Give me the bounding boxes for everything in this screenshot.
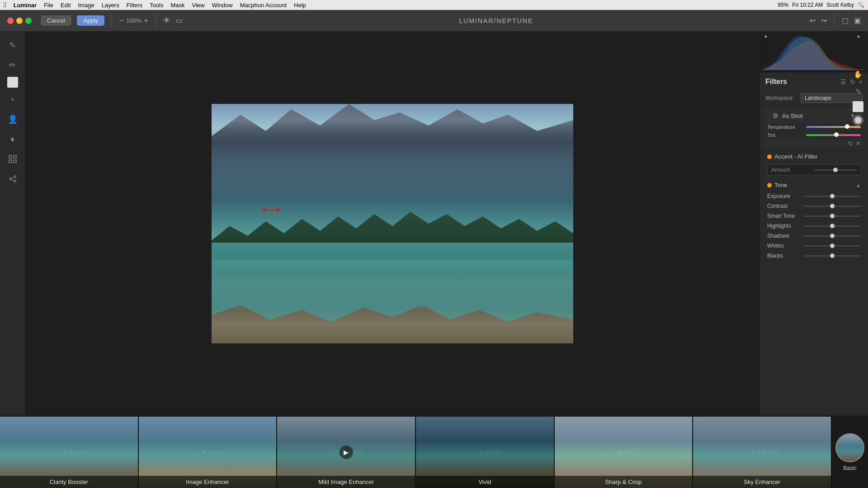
wb-reset-button[interactable]: ↻ (848, 140, 853, 147)
whites-thumb[interactable] (830, 244, 835, 248)
blacks-track[interactable] (803, 255, 861, 257)
svg-line-8 (11, 179, 14, 181)
smarttone-thumb[interactable] (830, 214, 835, 218)
menu-macphun[interactable]: Macphun Account (240, 2, 287, 9)
highlights-thumb[interactable] (830, 224, 835, 228)
hand-tool[interactable]: ✎ (5, 37, 21, 53)
whites-track[interactable] (803, 245, 861, 247)
menu-filters[interactable]: Filters (127, 2, 142, 9)
menu-image[interactable]: Image (78, 2, 94, 9)
menu-window[interactable]: Window (212, 2, 232, 9)
menu-help[interactable]: Help (294, 2, 306, 9)
filmstrip-label-vivid: Vivid (416, 476, 554, 488)
accent-dot (767, 155, 772, 159)
person-tool[interactable]: 👤 (5, 111, 21, 127)
menu-mask[interactable]: Mask (170, 2, 184, 9)
canvas-area[interactable]: 人人素材社区 (25, 32, 760, 416)
apply-button[interactable]: Apply (77, 15, 104, 26)
menu-file[interactable]: File (44, 2, 53, 9)
crop-tool[interactable]: ▫ (5, 91, 21, 108)
zoom-out-button[interactable]: − (119, 17, 123, 25)
temperature-thumb[interactable] (845, 124, 849, 129)
traffic-lights (7, 18, 32, 24)
photo-main (212, 104, 573, 343)
apple-menu-icon[interactable]:  (4, 1, 6, 9)
toolbar-divider-2 (156, 14, 156, 27)
fullscreen-icon[interactable]: ▭ (176, 16, 183, 25)
filmstrip-item-vivid[interactable]: 人人素材社区 Vivid (416, 417, 555, 488)
filmstrip-item-image-enhancer[interactable]: 人人素材社区 Image Enhancer (139, 417, 278, 488)
tint-slider-row: Tint (764, 131, 864, 139)
filmstrip-label-clarity: Clarity Booster (0, 476, 138, 488)
circle-right-tool[interactable] (853, 115, 863, 126)
exposure-thumb[interactable] (830, 194, 835, 198)
mask-tool[interactable]: ♦ (5, 131, 21, 147)
smarttone-track[interactable] (803, 216, 861, 217)
highlights-track[interactable] (803, 225, 861, 227)
close-window-button[interactable] (7, 18, 14, 24)
minimize-window-button[interactable] (16, 18, 23, 24)
exposure-row: Exposure (764, 191, 864, 201)
white-box-tool[interactable] (853, 101, 863, 112)
accent-header[interactable]: Accent - AI Filter (764, 150, 864, 163)
smarttone-label: Smart Tone (767, 213, 800, 219)
zoom-in-button[interactable]: + (144, 17, 148, 25)
hand-right-tool[interactable]: ✋ (851, 67, 865, 81)
maximize-window-button[interactable] (25, 18, 32, 24)
wb-row: ⚙ As Shot ▼ (767, 110, 861, 121)
tone-header[interactable]: Tone ▲ (764, 179, 864, 191)
toolbar-divider-1 (112, 14, 112, 27)
shadows-label: Shadows (767, 233, 800, 239)
compare-view-icon[interactable]: ▣ (854, 16, 861, 25)
redo-button[interactable]: ↪ (821, 16, 827, 25)
undo-button[interactable]: ↩ (810, 16, 816, 25)
boat-marker (262, 207, 280, 212)
tint-thumb[interactable] (834, 132, 839, 137)
preview-toggle-icon[interactable]: 👁 (163, 17, 170, 25)
basic-label: Basic (843, 465, 856, 471)
amount-slider-track[interactable] (814, 169, 857, 171)
brush-tool[interactable]: ✏ (5, 57, 21, 73)
svg-rect-3 (14, 160, 16, 163)
menu-layers[interactable]: Layers (102, 2, 119, 9)
tint-track[interactable] (806, 134, 861, 136)
filmstrip-label-mild: Mild Image Enhancer (277, 476, 415, 488)
filmstrip-item-sky[interactable]: 人人素材社区 Sky Enhancer (693, 417, 832, 488)
filter-list-icon[interactable]: ☰ (840, 78, 846, 85)
blacks-thumb[interactable] (830, 253, 835, 258)
toolbar: Cancel Apply − 100% + 👁 ▭ LUMINAR/NEPTUN… (0, 10, 868, 32)
filmstrip-item-sharp[interactable]: 人人素材社区 Sharp & Crisp (555, 417, 693, 488)
grid-tool[interactable] (5, 151, 21, 167)
fill-tool[interactable] (7, 77, 18, 88)
filmstrip-label-sharp: Sharp & Crisp (555, 476, 693, 488)
menu-luminar[interactable]: Luminar (14, 2, 37, 9)
shadows-track[interactable] (803, 235, 861, 237)
menu-view[interactable]: View (192, 2, 204, 9)
wb-close-button[interactable]: ✕ (856, 140, 861, 147)
exposure-track[interactable] (803, 196, 861, 197)
amount-slider-thumb[interactable] (833, 168, 838, 172)
contrast-row: Contrast (764, 201, 864, 211)
contrast-track[interactable] (803, 206, 861, 207)
cancel-button[interactable]: Cancel (41, 15, 71, 26)
image-view-icon[interactable]: ▢ (842, 16, 849, 25)
mountain-overlay (212, 104, 573, 212)
wb-icon: ⚙ (773, 112, 778, 119)
share-tool[interactable] (5, 171, 21, 187)
pencil-right-tool[interactable]: ✎ (851, 84, 865, 99)
app-title: LUMINAR/NEPTUNE (459, 17, 533, 24)
menu-tools[interactable]: Tools (150, 2, 163, 9)
temperature-track[interactable] (806, 126, 861, 128)
play-icon-mild: ▶ (340, 446, 353, 459)
contrast-thumb[interactable] (830, 204, 835, 208)
tone-expand-icon[interactable]: ▲ (856, 183, 861, 188)
menu-edit[interactable]: Edit (61, 2, 71, 9)
filmstrip-item-clarity[interactable]: 人人素材社区 Clarity Booster (0, 417, 139, 488)
filmstrip-watermark-1: 人人素材社区 (51, 449, 86, 456)
filmstrip-item-mild[interactable]: 人人素材社区 ▶ Mild Image Enhancer (277, 417, 416, 488)
filmstrip-basic-circle[interactable]: Basic (832, 417, 868, 488)
zoom-level: 100% (126, 17, 141, 24)
shadows-row: Shadows (764, 231, 864, 241)
shadows-thumb[interactable] (830, 234, 835, 238)
search-icon[interactable]: 🔍 (858, 2, 864, 8)
